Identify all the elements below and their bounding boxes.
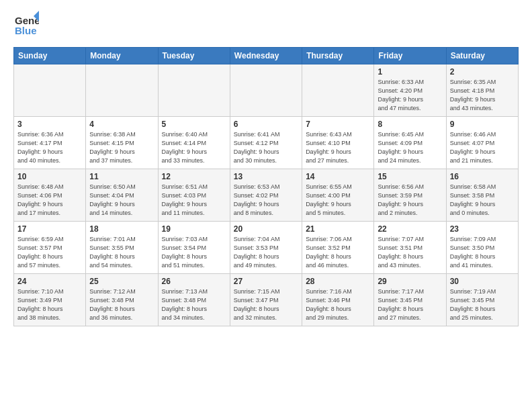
calendar-week-row: 10Sunrise: 6:48 AM Sunset: 4:06 PM Dayli… — [14, 169, 519, 222]
weekday-header: Saturday — [446, 48, 518, 64]
page-header: General Blue — [13, 11, 519, 39]
calendar-table: SundayMondayTuesdayWednesdayThursdayFrid… — [13, 47, 519, 326]
calendar-cell: 16Sunrise: 6:58 AM Sunset: 3:58 PM Dayli… — [446, 169, 518, 222]
calendar-cell: 19Sunrise: 7:03 AM Sunset: 3:54 PM Dayli… — [158, 222, 230, 274]
day-number: 5 — [162, 120, 226, 129]
day-info: Sunrise: 6:36 AM Sunset: 4:17 PM Dayligh… — [17, 130, 82, 165]
day-info: Sunrise: 6:38 AM Sunset: 4:15 PM Dayligh… — [89, 130, 154, 165]
weekday-header: Monday — [86, 48, 158, 64]
calendar-cell: 14Sunrise: 6:55 AM Sunset: 4:00 PM Dayli… — [302, 169, 374, 222]
day-number: 20 — [234, 224, 298, 234]
day-number: 6 — [234, 120, 298, 129]
day-number: 28 — [306, 277, 370, 286]
day-info: Sunrise: 7:06 AM Sunset: 3:52 PM Dayligh… — [306, 235, 370, 270]
calendar-cell: 24Sunrise: 7:10 AM Sunset: 3:49 PM Dayli… — [14, 274, 86, 326]
weekday-header: Tuesday — [158, 48, 230, 64]
calendar-cell — [86, 64, 158, 117]
calendar-cell: 10Sunrise: 6:48 AM Sunset: 4:06 PM Dayli… — [14, 169, 86, 222]
calendar-cell: 23Sunrise: 7:09 AM Sunset: 3:50 PM Dayli… — [446, 222, 518, 274]
weekday-header: Friday — [374, 48, 446, 64]
day-info: Sunrise: 6:48 AM Sunset: 4:06 PM Dayligh… — [17, 183, 82, 218]
calendar-cell — [230, 64, 302, 117]
day-number: 4 — [89, 120, 154, 129]
day-info: Sunrise: 6:33 AM Sunset: 4:20 PM Dayligh… — [378, 78, 442, 113]
calendar-cell: 8Sunrise: 6:45 AM Sunset: 4:09 PM Daylig… — [374, 117, 446, 169]
logo: General Blue — [13, 11, 43, 39]
day-number: 30 — [450, 277, 515, 286]
calendar-cell — [158, 64, 230, 117]
day-info: Sunrise: 7:10 AM Sunset: 3:49 PM Dayligh… — [17, 287, 82, 322]
day-number: 12 — [162, 172, 226, 181]
day-number: 22 — [378, 224, 442, 234]
day-info: Sunrise: 6:51 AM Sunset: 4:03 PM Dayligh… — [162, 183, 226, 218]
calendar-week-row: 1Sunrise: 6:33 AM Sunset: 4:20 PM Daylig… — [14, 64, 519, 117]
day-info: Sunrise: 7:07 AM Sunset: 3:51 PM Dayligh… — [378, 235, 442, 270]
day-number: 13 — [234, 172, 298, 181]
day-info: Sunrise: 7:19 AM Sunset: 3:45 PM Dayligh… — [450, 287, 515, 322]
day-info: Sunrise: 6:53 AM Sunset: 4:02 PM Dayligh… — [234, 183, 298, 218]
day-info: Sunrise: 6:41 AM Sunset: 4:12 PM Dayligh… — [234, 130, 298, 165]
weekday-header: Sunday — [14, 48, 86, 64]
day-number: 17 — [17, 224, 82, 234]
calendar-cell: 12Sunrise: 6:51 AM Sunset: 4:03 PM Dayli… — [158, 169, 230, 222]
day-number: 11 — [89, 172, 154, 181]
calendar-week-row: 24Sunrise: 7:10 AM Sunset: 3:49 PM Dayli… — [14, 274, 519, 326]
day-info: Sunrise: 7:09 AM Sunset: 3:50 PM Dayligh… — [450, 235, 515, 270]
day-info: Sunrise: 7:12 AM Sunset: 3:48 PM Dayligh… — [89, 287, 154, 322]
day-number: 10 — [17, 172, 82, 181]
day-number: 16 — [450, 172, 515, 181]
calendar-cell — [14, 64, 86, 117]
day-number: 26 — [162, 277, 226, 286]
page-container: General Blue SundayMondayTuesdayWednesda… — [0, 0, 532, 333]
calendar-cell: 1Sunrise: 6:33 AM Sunset: 4:20 PM Daylig… — [374, 64, 446, 117]
day-number: 2 — [450, 67, 515, 77]
day-info: Sunrise: 6:59 AM Sunset: 3:57 PM Dayligh… — [17, 235, 82, 270]
day-number: 18 — [89, 224, 154, 234]
day-number: 27 — [234, 277, 298, 286]
day-info: Sunrise: 6:40 AM Sunset: 4:14 PM Dayligh… — [162, 130, 226, 165]
day-info: Sunrise: 6:35 AM Sunset: 4:18 PM Dayligh… — [450, 78, 515, 113]
day-info: Sunrise: 6:55 AM Sunset: 4:00 PM Dayligh… — [306, 183, 370, 218]
calendar-cell: 11Sunrise: 6:50 AM Sunset: 4:04 PM Dayli… — [86, 169, 158, 222]
day-info: Sunrise: 6:56 AM Sunset: 3:59 PM Dayligh… — [378, 183, 442, 218]
day-info: Sunrise: 7:16 AM Sunset: 3:46 PM Dayligh… — [306, 287, 370, 322]
day-info: Sunrise: 7:04 AM Sunset: 3:53 PM Dayligh… — [234, 235, 298, 270]
day-number: 19 — [162, 224, 226, 234]
calendar-cell: 30Sunrise: 7:19 AM Sunset: 3:45 PM Dayli… — [446, 274, 518, 326]
calendar-cell: 7Sunrise: 6:43 AM Sunset: 4:10 PM Daylig… — [302, 117, 374, 169]
day-info: Sunrise: 6:46 AM Sunset: 4:07 PM Dayligh… — [450, 130, 515, 165]
weekday-header: Wednesday — [230, 48, 302, 64]
day-info: Sunrise: 6:43 AM Sunset: 4:10 PM Dayligh… — [306, 130, 370, 165]
day-number: 23 — [450, 224, 515, 234]
calendar-cell: 18Sunrise: 7:01 AM Sunset: 3:55 PM Dayli… — [86, 222, 158, 274]
day-number: 7 — [306, 120, 370, 129]
calendar-cell: 22Sunrise: 7:07 AM Sunset: 3:51 PM Dayli… — [374, 222, 446, 274]
day-info: Sunrise: 7:17 AM Sunset: 3:45 PM Dayligh… — [378, 287, 442, 322]
calendar-cell: 27Sunrise: 7:15 AM Sunset: 3:47 PM Dayli… — [230, 274, 302, 326]
weekday-header: Thursday — [302, 48, 374, 64]
day-number: 21 — [306, 224, 370, 234]
day-info: Sunrise: 6:58 AM Sunset: 3:58 PM Dayligh… — [450, 183, 515, 218]
calendar-cell: 5Sunrise: 6:40 AM Sunset: 4:14 PM Daylig… — [158, 117, 230, 169]
day-number: 29 — [378, 277, 442, 286]
day-number: 9 — [450, 120, 515, 129]
calendar-cell: 17Sunrise: 6:59 AM Sunset: 3:57 PM Dayli… — [14, 222, 86, 274]
day-info: Sunrise: 7:01 AM Sunset: 3:55 PM Dayligh… — [89, 235, 154, 270]
day-number: 25 — [89, 277, 154, 286]
calendar-cell: 20Sunrise: 7:04 AM Sunset: 3:53 PM Dayli… — [230, 222, 302, 274]
day-info: Sunrise: 7:13 AM Sunset: 3:48 PM Dayligh… — [162, 287, 226, 322]
day-number: 3 — [17, 120, 82, 129]
calendar-week-row: 17Sunrise: 6:59 AM Sunset: 3:57 PM Dayli… — [14, 222, 519, 274]
day-number: 1 — [378, 67, 442, 77]
calendar-cell: 13Sunrise: 6:53 AM Sunset: 4:02 PM Dayli… — [230, 169, 302, 222]
day-number: 15 — [378, 172, 442, 181]
day-number: 24 — [17, 277, 82, 286]
day-info: Sunrise: 6:45 AM Sunset: 4:09 PM Dayligh… — [378, 130, 442, 165]
logo-icon: General Blue — [13, 11, 39, 36]
calendar-cell: 15Sunrise: 6:56 AM Sunset: 3:59 PM Dayli… — [374, 169, 446, 222]
day-info: Sunrise: 6:50 AM Sunset: 4:04 PM Dayligh… — [89, 183, 154, 218]
day-number: 14 — [306, 172, 370, 181]
day-number: 8 — [378, 120, 442, 129]
calendar-cell: 28Sunrise: 7:16 AM Sunset: 3:46 PM Dayli… — [302, 274, 374, 326]
calendar-cell: 29Sunrise: 7:17 AM Sunset: 3:45 PM Dayli… — [374, 274, 446, 326]
